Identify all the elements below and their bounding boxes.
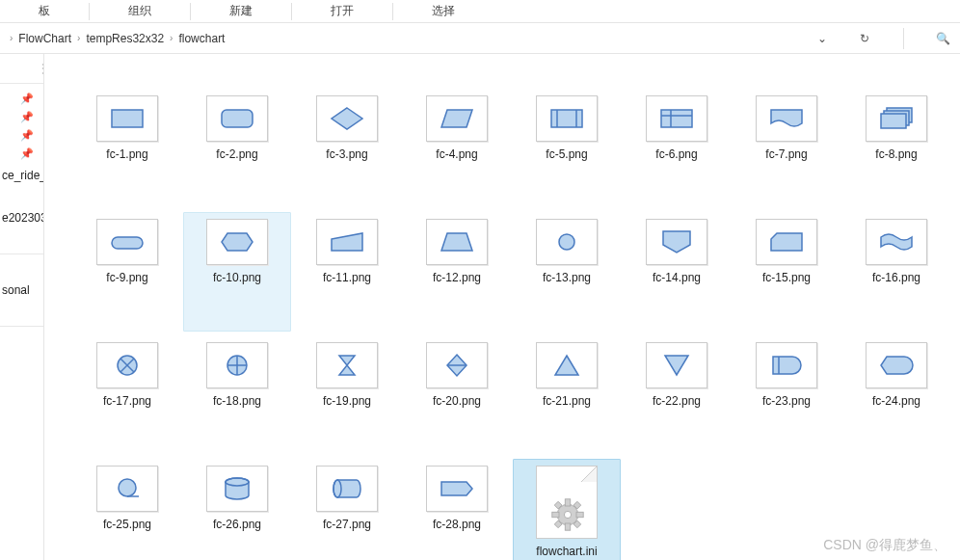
- crumb[interactable]: FlowChart: [14, 32, 75, 45]
- file-name: fc-16.png: [872, 271, 920, 284]
- file-name: fc-7.png: [765, 147, 807, 161]
- thumbnail: [646, 342, 707, 388]
- file-item[interactable]: fc-20.png: [403, 335, 511, 455]
- sidebar-item[interactable]: sonal: [0, 278, 43, 303]
- ribbon-tab[interactable]: 打开: [292, 3, 392, 19]
- file-name: fc-23.png: [762, 394, 811, 408]
- pin-icon[interactable]: 📌: [0, 145, 43, 163]
- file-item[interactable]: flowchart.ini: [513, 459, 621, 560]
- file-item[interactable]: fc-9.png: [73, 212, 181, 332]
- thumbnail: [536, 342, 598, 388]
- pin-icon[interactable]: 📌: [0, 126, 43, 145]
- svg-marker-16: [441, 233, 472, 251]
- file-grid[interactable]: fc-1.png fc-2.png fc-3.png fc-4.png fc-5…: [44, 54, 960, 560]
- thumbnail: [866, 342, 927, 388]
- svg-rect-1: [222, 110, 253, 127]
- search-icon[interactable]: 🔍: [933, 29, 952, 48]
- file-item[interactable]: fc-3.png: [293, 89, 401, 208]
- file-item[interactable]: fc-7.png: [733, 89, 840, 208]
- file-item[interactable]: fc-14.png: [623, 212, 731, 332]
- file-name: fc-12.png: [433, 271, 481, 284]
- file-item[interactable]: fc-10.png: [183, 212, 291, 332]
- thumbnail: [426, 342, 488, 388]
- file-item[interactable]: fc-21.png: [513, 335, 621, 455]
- file-item[interactable]: fc-22.png: [623, 335, 731, 455]
- file-item[interactable]: fc-25.png: [73, 459, 181, 560]
- crumb[interactable]: flowchart: [174, 32, 228, 45]
- ribbon-tab[interactable]: 新建: [191, 3, 291, 19]
- file-name: fc-27.png: [323, 518, 371, 531]
- svg-marker-3: [441, 110, 472, 127]
- thumbnail: [206, 466, 268, 512]
- file-item[interactable]: fc-2.png: [183, 89, 291, 208]
- sidebar-item[interactable]: e2023031: [0, 205, 43, 230]
- svg-rect-13: [112, 237, 143, 249]
- file-name: fc-18.png: [213, 394, 261, 408]
- svg-rect-7: [661, 110, 692, 127]
- file-item[interactable]: fc-13.png: [513, 212, 621, 332]
- svg-marker-15: [332, 233, 362, 251]
- file-name: flowchart.ini: [536, 545, 597, 558]
- file-item[interactable]: fc-19.png: [293, 335, 401, 455]
- file-name: fc-19.png: [323, 394, 371, 408]
- svg-marker-26: [339, 356, 355, 375]
- chevron-right-icon: ›: [8, 33, 14, 43]
- thumbnail: [756, 342, 817, 388]
- chevron-right-icon: ›: [75, 33, 82, 43]
- pin-icon[interactable]: 📌: [0, 90, 43, 108]
- ribbon-tab[interactable]: 板: [0, 3, 89, 19]
- file-name: fc-15.png: [762, 271, 811, 284]
- file-name: fc-28.png: [433, 518, 481, 531]
- file-name: fc-5.png: [546, 147, 587, 161]
- file-name: fc-4.png: [436, 147, 477, 161]
- file-item[interactable]: fc-28.png: [403, 459, 511, 560]
- thumbnail: [316, 95, 378, 142]
- thumbnail: [426, 219, 488, 265]
- file-name: fc-10.png: [213, 271, 261, 284]
- file-item[interactable]: fc-1.png: [73, 89, 181, 208]
- refresh-icon[interactable]: ↻: [855, 29, 874, 48]
- file-item[interactable]: fc-27.png: [293, 459, 401, 560]
- thumbnail: [316, 466, 378, 512]
- thumbnail: [426, 95, 488, 142]
- file-item[interactable]: fc-11.png: [293, 212, 401, 332]
- file-item[interactable]: fc-8.png: [842, 89, 950, 208]
- file-name: fc-11.png: [323, 271, 371, 284]
- svg-marker-14: [222, 233, 253, 251]
- thumbnail: [756, 219, 817, 265]
- crumb[interactable]: tempRes32x32: [82, 32, 168, 45]
- address-bar: › FlowChart › tempRes32x32 › flowchart ⌄…: [0, 23, 960, 54]
- ribbon-tab[interactable]: 组织: [90, 3, 190, 19]
- thumbnail: [426, 466, 488, 512]
- file-item[interactable]: fc-26.png: [183, 459, 291, 560]
- thumbnail: [206, 342, 268, 388]
- file-name: fc-17.png: [103, 394, 151, 408]
- file-item[interactable]: fc-12.png: [403, 212, 511, 332]
- file-name: fc-6.png: [655, 147, 697, 161]
- file-item[interactable]: fc-15.png: [733, 212, 840, 332]
- file-item[interactable]: fc-24.png: [842, 335, 950, 455]
- file-item[interactable]: fc-18.png: [183, 335, 291, 455]
- ribbon-tab[interactable]: 选择: [393, 3, 493, 19]
- thumbnail: [536, 95, 598, 142]
- thumbnail: [646, 95, 707, 142]
- file-item[interactable]: fc-6.png: [623, 89, 731, 208]
- breadcrumb[interactable]: › FlowChart › tempRes32x32 › flowchart: [8, 32, 813, 45]
- svg-rect-12: [881, 114, 906, 128]
- file-name: fc-26.png: [213, 518, 261, 531]
- file-item[interactable]: fc-23.png: [733, 335, 840, 455]
- thumbnail: [206, 219, 268, 265]
- ribbon-tabs: 板 组织 新建 打开 选择: [0, 0, 960, 23]
- file-name: fc-8.png: [875, 147, 917, 161]
- svg-point-17: [559, 234, 574, 250]
- dropdown-icon[interactable]: ⌄: [813, 29, 832, 48]
- file-item[interactable]: fc-17.png: [73, 335, 181, 455]
- file-item[interactable]: fc-5.png: [513, 89, 621, 208]
- file-name: fc-20.png: [433, 394, 481, 408]
- file-item[interactable]: fc-4.png: [403, 89, 511, 208]
- navigation-sidebar: ⋮ 📌 📌 📌 📌 ce_ride_( e2023031 sonal: [0, 54, 44, 560]
- pin-icon[interactable]: 📌: [0, 108, 43, 126]
- drag-handle-icon[interactable]: ⋮: [37, 54, 44, 83]
- sidebar-item[interactable]: ce_ride_(: [0, 163, 43, 188]
- file-item[interactable]: fc-16.png: [842, 212, 950, 332]
